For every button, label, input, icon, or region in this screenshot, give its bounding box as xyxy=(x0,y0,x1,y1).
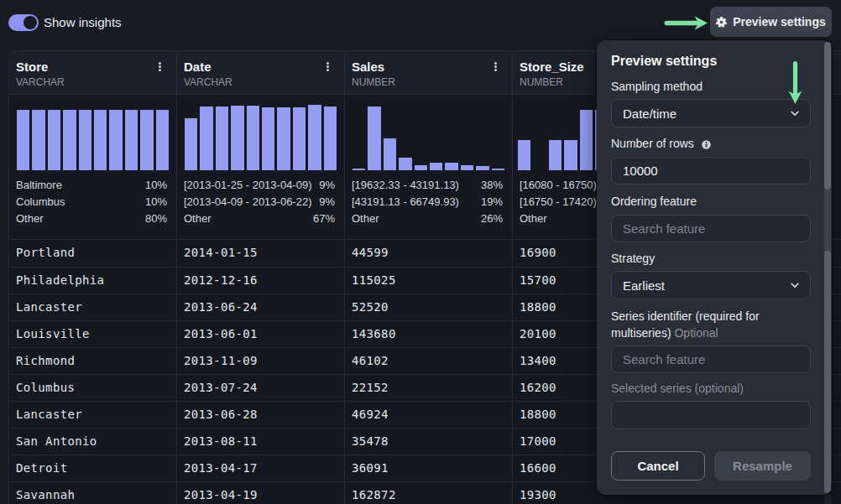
ordering-feature-input[interactable] xyxy=(623,221,799,236)
histogram-bar xyxy=(79,110,91,170)
table-cell: 22152 xyxy=(344,374,512,401)
series-identifier-input[interactable] xyxy=(623,352,799,366)
histogram-bar xyxy=(308,105,321,170)
histogram-bar xyxy=(125,110,138,170)
panel-scrollbar-thumb-top[interactable] xyxy=(824,42,831,190)
table-cell: 2013-06-24 xyxy=(176,294,344,320)
page-scrollbar-track[interactable] xyxy=(824,495,832,504)
resample-button[interactable]: Resample xyxy=(714,451,811,481)
histogram-date xyxy=(185,105,337,170)
insight-value: 38% xyxy=(481,177,503,194)
histogram-bar xyxy=(384,138,396,170)
sampling-method-select[interactable]: Date/time xyxy=(611,99,811,127)
insight-label: [16080 - 16750) xyxy=(520,177,597,194)
histogram-bar xyxy=(48,110,60,170)
table-cell: 35478 xyxy=(344,428,512,455)
histogram-bar xyxy=(63,110,76,170)
insight-row: [2013-01-25 - 2013-04-09)9% xyxy=(184,177,335,194)
insight-row: [2013-04-09 - 2013-06-22)9% xyxy=(184,194,335,210)
histogram-bar xyxy=(399,158,411,170)
table-cell: 44599 xyxy=(344,240,512,267)
column-insights-date: [2013-01-25 - 2013-04-09)9%[2013-04-09 -… xyxy=(176,95,344,240)
column-name: Store xyxy=(16,60,166,75)
insight-label: [2013-01-25 - 2013-04-09) xyxy=(184,177,312,194)
insight-value: 9% xyxy=(319,194,335,210)
insight-value: 26% xyxy=(481,210,503,227)
histogram-bar xyxy=(277,107,290,170)
column-header-date: DateVARCHAR xyxy=(176,51,344,95)
column-name: Sales xyxy=(352,60,502,75)
panel-scrollbar-thumb-bottom[interactable] xyxy=(824,251,831,493)
insight-label: Other xyxy=(184,210,212,227)
kebab-dot xyxy=(326,69,329,71)
cancel-button[interactable]: Cancel xyxy=(611,451,705,481)
strategy-value: Earliest xyxy=(623,278,665,293)
info-icon[interactable] xyxy=(702,140,711,149)
insight-label: [2013-04-09 - 2013-06-22) xyxy=(184,194,312,210)
histogram-bar xyxy=(368,107,380,170)
kebab-dot xyxy=(494,69,497,71)
selected-series-input[interactable] xyxy=(623,408,799,423)
histogram-bar xyxy=(17,110,29,170)
histogram-bar xyxy=(156,110,169,170)
histogram-bar xyxy=(140,110,153,170)
table-cell: Lancaster xyxy=(9,401,176,428)
column-menu-kebab-icon[interactable] xyxy=(494,62,497,71)
sampling-method-value: Date/time xyxy=(623,107,676,121)
show-insights-toggle[interactable] xyxy=(8,14,39,31)
panel-buttons: Cancel Resample xyxy=(611,451,811,481)
insight-row: Baltimore10% xyxy=(16,177,167,194)
histogram-bar xyxy=(461,165,473,170)
show-insights-label: Show insights xyxy=(44,15,122,29)
table-cell: 2013-04-19 xyxy=(176,481,344,504)
table-cell: 46102 xyxy=(344,347,512,374)
number-of-rows-input[interactable] xyxy=(623,164,799,178)
histogram-bar xyxy=(200,107,212,170)
series-identifier-label: Series identifier (required for multiser… xyxy=(611,309,811,341)
histogram-bar xyxy=(324,107,337,170)
table-cell: 36091 xyxy=(344,455,512,481)
histogram-bar xyxy=(293,107,306,170)
histogram-bar xyxy=(94,110,107,170)
table-cell: 115025 xyxy=(344,267,512,294)
insight-label: Columbus xyxy=(16,194,65,210)
column-menu-kebab-icon[interactable] xyxy=(326,62,329,71)
table-cell: Columbus xyxy=(9,374,176,401)
insight-label: [16750 - 17420) xyxy=(520,194,597,210)
histogram-bar xyxy=(353,169,365,170)
histogram-store xyxy=(17,105,169,170)
histogram-bar xyxy=(32,110,44,170)
show-insights-control: Show insights xyxy=(8,13,122,31)
column-type: NUMBER xyxy=(352,76,502,88)
chevron-down-icon xyxy=(791,111,799,117)
table-cell: Philadelphia xyxy=(9,267,176,294)
series-identifier-input-wrap xyxy=(611,346,811,373)
data-preview-page: Show insights Preview settings StoreVARC… xyxy=(0,0,841,504)
table-cell: Detroit xyxy=(9,455,176,481)
table-cell: 2012-12-16 xyxy=(176,267,344,294)
histogram-bar xyxy=(247,106,259,170)
table-cell: 162872 xyxy=(344,481,512,504)
insight-row: [43191.13 - 66749.93)19% xyxy=(352,194,503,210)
insight-value: 10% xyxy=(145,177,167,194)
chevron-down-icon xyxy=(791,283,799,288)
strategy-select[interactable]: Earliest xyxy=(611,271,811,299)
column-menu-kebab-icon[interactable] xyxy=(159,62,161,71)
histogram-bar xyxy=(216,107,228,170)
kebab-dot xyxy=(326,62,329,65)
panel-scrollbar-track[interactable] xyxy=(824,190,831,251)
green-arrow-pointing-right xyxy=(664,15,708,31)
insight-label: [19632.33 - 43191.13) xyxy=(352,177,459,194)
histogram-bar xyxy=(492,169,504,170)
kebab-dot xyxy=(159,69,161,71)
green-arrow-pointing-down xyxy=(786,60,804,105)
table-cell: Louisville xyxy=(9,320,176,347)
preview-settings-button[interactable]: Preview settings xyxy=(710,7,832,37)
strategy-label: Strategy xyxy=(611,252,655,266)
kebab-dot xyxy=(159,62,161,65)
selected-series-label: Selected series (optional) xyxy=(611,382,744,396)
insight-value: 19% xyxy=(481,194,503,210)
insight-value: 80% xyxy=(145,210,167,227)
selected-series-input-wrap xyxy=(611,401,811,429)
table-cell: Portland xyxy=(9,240,176,267)
